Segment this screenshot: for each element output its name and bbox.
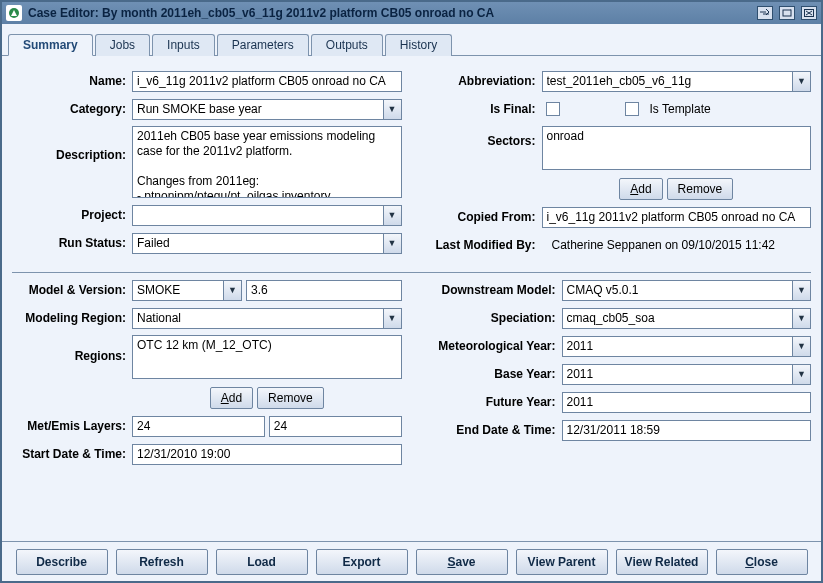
load-button[interactable]: Load <box>216 549 308 575</box>
label-last-modified: Last Modified By: <box>422 238 542 252</box>
export-button[interactable]: Export <box>316 549 408 575</box>
name-input[interactable] <box>132 71 402 92</box>
chevron-down-icon: ▼ <box>792 72 810 91</box>
sectors-listbox[interactable]: onroad <box>542 126 812 170</box>
label-start-date: Start Date & Time: <box>12 447 132 461</box>
case-editor-window: Case Editor: By month 2011eh_cb05_v6_11g… <box>0 0 823 583</box>
titlebar: Case Editor: By month 2011eh_cb05_v6_11g… <box>2 2 821 24</box>
footer-buttonbar: Describe Refresh Load Export Save View P… <box>2 541 821 581</box>
section-top: Name: Category: Run SMOKE base year ▼ De… <box>12 64 811 273</box>
speciation-combo[interactable]: cmaq_cb05_soa ▼ <box>562 308 812 329</box>
label-abbreviation: Abbreviation: <box>422 74 542 88</box>
chevron-down-icon: ▼ <box>792 281 810 300</box>
model-version-input[interactable] <box>246 280 402 301</box>
chevron-down-icon: ▼ <box>383 234 401 253</box>
model-combo[interactable]: SMOKE ▼ <box>132 280 242 301</box>
emis-layers-input[interactable] <box>269 416 402 437</box>
chevron-down-icon: ▼ <box>792 337 810 356</box>
tab-jobs[interactable]: Jobs <box>95 34 150 56</box>
app-icon <box>6 5 22 21</box>
label-base-year: Base Year: <box>422 367 562 381</box>
chevron-down-icon: ▼ <box>792 365 810 384</box>
svg-rect-1 <box>783 10 791 16</box>
chevron-down-icon: ▼ <box>792 309 810 328</box>
sectors-remove-button[interactable]: Remove <box>667 178 734 200</box>
future-year-input[interactable] <box>562 392 812 413</box>
label-copied-from: Copied From: <box>422 210 542 224</box>
modeling-region-combo[interactable]: National ▼ <box>132 308 402 329</box>
is-final-checkbox[interactable] <box>546 102 560 116</box>
chevron-down-icon: ▼ <box>383 206 401 225</box>
label-future-year: Future Year: <box>422 395 562 409</box>
chevron-down-icon: ▼ <box>383 309 401 328</box>
end-date-input[interactable] <box>562 420 812 441</box>
label-project: Project: <box>12 208 132 222</box>
label-met-emis: Met/Emis Layers: <box>12 419 132 433</box>
copied-from-field <box>542 207 812 228</box>
tab-inputs[interactable]: Inputs <box>152 34 215 56</box>
tab-outputs[interactable]: Outputs <box>311 34 383 56</box>
section-bottom: Model & Version: SMOKE ▼ Modeling Region… <box>12 273 811 481</box>
label-met-year: Meteorological Year: <box>422 339 562 353</box>
form-area: Name: Category: Run SMOKE base year ▼ De… <box>2 56 821 541</box>
abbreviation-combo[interactable]: test_2011eh_cb05_v6_11g ▼ <box>542 71 812 92</box>
label-regions: Regions: <box>12 335 132 363</box>
tab-history[interactable]: History <box>385 34 452 56</box>
label-sectors: Sectors: <box>422 126 542 148</box>
label-is-final: Is Final: <box>422 102 542 116</box>
met-layers-input[interactable] <box>132 416 265 437</box>
chevron-down-icon: ▼ <box>223 281 241 300</box>
is-template-checkbox[interactable] <box>625 102 639 116</box>
label-modeling-region: Modeling Region: <box>12 311 132 325</box>
label-downstream-model: Downstream Model: <box>422 283 562 297</box>
description-textarea[interactable] <box>132 126 402 198</box>
label-category: Category: <box>12 102 132 116</box>
label-description: Description: <box>12 126 132 162</box>
downstream-model-combo[interactable]: CMAQ v5.0.1 ▼ <box>562 280 812 301</box>
label-end-date: End Date & Time: <box>422 423 562 437</box>
regions-remove-button[interactable]: Remove <box>257 387 324 409</box>
base-year-combo[interactable]: 2011 ▼ <box>562 364 812 385</box>
close-icon[interactable] <box>801 6 817 20</box>
minimize-icon[interactable] <box>757 6 773 20</box>
chevron-down-icon: ▼ <box>383 100 401 119</box>
label-speciation: Speciation: <box>422 311 562 325</box>
regions-add-button[interactable]: Add <box>210 387 253 409</box>
view-parent-button[interactable]: View Parent <box>516 549 608 575</box>
tabstrip: Summary Jobs Inputs Parameters Outputs H… <box>2 30 821 56</box>
tab-summary[interactable]: Summary <box>8 34 93 56</box>
met-year-combo[interactable]: 2011 ▼ <box>562 336 812 357</box>
close-button[interactable]: Close <box>716 549 808 575</box>
window-title: Case Editor: By month 2011eh_cb05_v6_11g… <box>28 6 751 20</box>
tab-parameters[interactable]: Parameters <box>217 34 309 56</box>
maximize-icon[interactable] <box>779 6 795 20</box>
save-button[interactable]: Save <box>416 549 508 575</box>
run-status-combo[interactable]: Failed ▼ <box>132 233 402 254</box>
label-model-version: Model & Version: <box>12 283 132 297</box>
sectors-add-button[interactable]: Add <box>619 178 662 200</box>
regions-listbox[interactable]: OTC 12 km (M_12_OTC) <box>132 335 402 379</box>
label-name: Name: <box>12 74 132 88</box>
category-combo[interactable]: Run SMOKE base year ▼ <box>132 99 402 120</box>
label-is-template: Is Template <box>650 102 711 116</box>
project-combo[interactable]: ▼ <box>132 205 402 226</box>
describe-button[interactable]: Describe <box>16 549 108 575</box>
refresh-button[interactable]: Refresh <box>116 549 208 575</box>
view-related-button[interactable]: View Related <box>616 549 708 575</box>
start-date-input[interactable] <box>132 444 402 465</box>
last-modified-value: Catherine Seppanen on 09/10/2015 11:42 <box>542 238 776 252</box>
label-run-status: Run Status: <box>12 236 132 250</box>
